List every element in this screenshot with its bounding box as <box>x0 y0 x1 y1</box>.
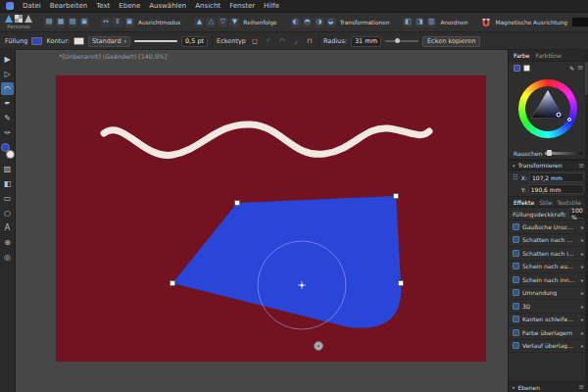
menu-datei[interactable]: Datei <box>23 2 41 10</box>
view-tool[interactable]: ⊕ <box>1 236 14 249</box>
move-tool[interactable]: ▶ <box>1 53 14 66</box>
secondary-color-swatch[interactable] <box>523 65 530 72</box>
export-document-icon[interactable]: ▣ <box>79 18 89 27</box>
expand-icon[interactable]: ▸ <box>581 263 584 270</box>
new-document-icon[interactable]: ▤ <box>44 18 54 27</box>
effect-checkbox[interactable] <box>513 250 519 257</box>
selection-handle-top-right[interactable] <box>394 194 399 199</box>
fill-color-circle[interactable] <box>1 143 10 152</box>
noise-slider[interactable] <box>545 152 583 155</box>
expand-icon[interactable]: ▸ <box>581 223 584 230</box>
pen-tool[interactable]: ✒ <box>1 97 14 110</box>
effect-checkbox[interactable] <box>513 316 519 322</box>
align-grid-icon[interactable]: ▣ <box>124 18 134 27</box>
effect-row-color-overlay[interactable]: Farbe überlagern ▸ <box>509 326 588 340</box>
effect-row-gradient-overlay[interactable]: Verlauf überlagern ▸ <box>509 340 588 354</box>
effect-row-bevel-emboss[interactable]: Kanten schleifen / Relief ▸ <box>509 314 588 327</box>
stroke-style-dropdown[interactable]: Standard ▾ <box>88 36 130 47</box>
bake-corners-button[interactable]: Ecken kopieren <box>422 36 481 47</box>
pencil-tool[interactable]: ✎ <box>1 112 14 124</box>
selection-handle-top-left[interactable] <box>235 201 240 206</box>
effect-row-outer-shadow[interactable]: Schatten nach außen ▸ <box>509 234 588 248</box>
selection-handle-right[interactable] <box>399 281 404 286</box>
tab-textstile[interactable]: Textstile <box>557 199 581 206</box>
tab-effekte[interactable]: Effekte <box>514 199 534 206</box>
flip-horizontal-icon[interactable]: ◑ <box>315 18 324 27</box>
effect-checkbox[interactable] <box>513 276 519 283</box>
tab-farbtoene[interactable]: Farbtöne <box>536 52 562 59</box>
effect-checkbox[interactable] <box>513 289 519 296</box>
expand-icon[interactable]: ▸ <box>581 289 584 296</box>
x-position-field[interactable]: 107,2 mm <box>529 172 584 182</box>
canvas-area[interactable]: *[Unbenannt] (Geändert) [140,9%] <box>16 50 508 392</box>
menu-text[interactable]: Text <box>96 2 110 10</box>
expand-icon[interactable]: ▸ <box>581 342 584 349</box>
tab-farbe[interactable]: Farbe <box>514 52 530 59</box>
menu-auswaehlen[interactable]: Auswählen <box>149 2 186 10</box>
effect-checkbox[interactable] <box>513 236 519 243</box>
corner-cutout-icon[interactable]: ⊓ <box>305 36 315 46</box>
panel-menu-icon[interactable]: ≡ <box>578 162 584 170</box>
move-backward-icon[interactable]: ▽ <box>218 18 227 27</box>
radius-slider[interactable] <box>385 40 418 42</box>
bring-to-front-icon[interactable]: ▲ <box>194 18 204 27</box>
menu-ansicht[interactable]: Ansicht <box>195 2 220 10</box>
effect-checkbox[interactable] <box>513 342 519 349</box>
effect-row-outer-glow[interactable]: Schein nach außen ▸ <box>509 261 588 274</box>
effect-row-3d[interactable]: 3D ▸ <box>509 300 588 314</box>
ungroup-icon[interactable]: ◨ <box>415 18 424 27</box>
corner-tool[interactable]: ◠ <box>1 82 14 95</box>
rotate-left-icon[interactable]: ◐ <box>291 18 301 27</box>
noise-slider-knob[interactable] <box>547 150 552 156</box>
anchor-point-grid-icon[interactable]: ⠿ <box>513 174 518 194</box>
saturation-triangle[interactable] <box>518 79 577 138</box>
fill-stroke-indicator[interactable] <box>1 143 15 159</box>
snapping-presets-dropdown[interactable]: ▾ <box>571 17 588 27</box>
rotate-right-icon[interactable]: ◓ <box>303 18 313 27</box>
flip-vertical-icon[interactable]: ◒ <box>326 18 336 27</box>
fill-tool[interactable]: ▨ <box>1 163 14 175</box>
expand-icon[interactable]: ▸ <box>581 250 584 257</box>
align-horizontal-icon[interactable]: ↔ <box>101 18 111 27</box>
node-tool[interactable]: ▷ <box>1 68 14 80</box>
layers-panel-header[interactable]: ▸ Ebenen ≡ <box>509 381 588 392</box>
radius-field[interactable]: 31 mm <box>351 36 381 47</box>
effect-row-inner-shadow[interactable]: Schatten nach innen ▸ <box>509 247 588 261</box>
primary-color-swatch[interactable] <box>514 65 520 72</box>
align-vertical-icon[interactable]: ↕ <box>113 18 122 27</box>
menu-hilfe[interactable]: Hilfe <box>264 2 279 10</box>
collapse-icon[interactable]: ▾ <box>513 163 515 169</box>
menu-fenster[interactable]: Fenster <box>229 2 255 10</box>
magnet-icon[interactable] <box>481 13 491 31</box>
corner-none-icon[interactable]: ◻ <box>250 36 260 46</box>
effect-checkbox[interactable] <box>513 303 519 310</box>
tab-stile[interactable]: Stile <box>539 199 552 206</box>
expand-icon[interactable]: ▸ <box>581 276 584 283</box>
expand-icon[interactable]: ▸ <box>581 316 584 322</box>
boolean-ops-icon[interactable]: ▥ <box>426 18 436 27</box>
stroke-color-swatch[interactable] <box>74 37 84 45</box>
menu-bearbeiten[interactable]: Bearbeiten <box>50 2 87 10</box>
save-document-icon[interactable]: ▧ <box>68 18 77 27</box>
selection-handle-bottom-left[interactable] <box>171 281 175 286</box>
eyedropper-icon[interactable]: ✎ <box>569 65 574 72</box>
expand-icon[interactable]: ▸ <box>581 303 584 310</box>
effect-row-inner-glow[interactable]: Schein nach innen ▸ <box>509 273 588 287</box>
expand-icon[interactable]: ▸ <box>581 329 584 336</box>
fill-color-swatch[interactable] <box>31 37 42 45</box>
vector-brush-tool[interactable]: ✑ <box>1 126 14 139</box>
radius-slider-knob[interactable] <box>395 38 400 43</box>
expand-icon[interactable]: ▸ <box>581 236 584 243</box>
effect-checkbox[interactable] <box>513 329 519 336</box>
move-forward-icon[interactable]: △ <box>206 18 216 27</box>
effect-checkbox[interactable] <box>513 263 519 270</box>
effect-row-gaussian-blur[interactable]: Gaußsche Unschärfe ▸ <box>509 220 588 234</box>
transform-panel-header[interactable]: ▾ Transformieren ≡ <box>509 160 588 171</box>
zoom-tool[interactable]: ◎ <box>1 251 14 264</box>
panel-menu-icon[interactable]: ≡ <box>577 64 583 72</box>
stroke-width-preview[interactable] <box>134 40 177 42</box>
text-tool[interactable]: A <box>1 221 14 234</box>
hue-selector-dot[interactable] <box>567 118 571 122</box>
ellipse-tool[interactable]: ○ <box>1 207 14 220</box>
open-document-icon[interactable]: ▦ <box>56 18 66 27</box>
